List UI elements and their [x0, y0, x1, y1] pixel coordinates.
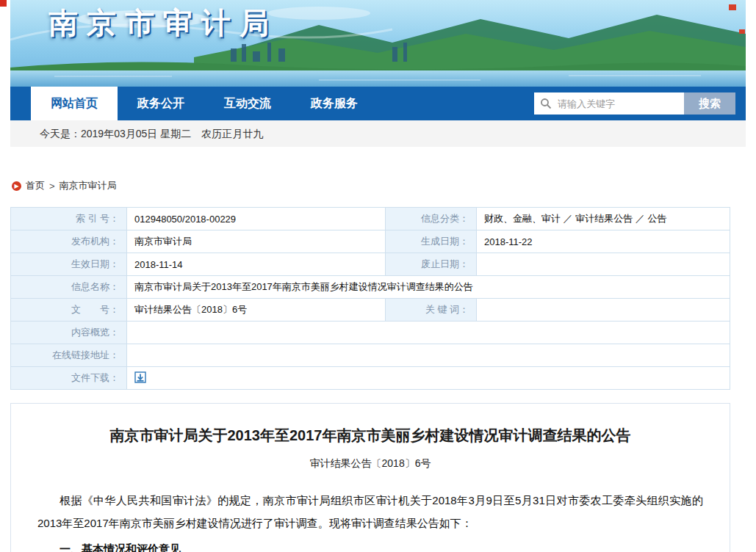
- table-row: 生效日期： 2018-11-14 废止日期：: [11, 253, 730, 276]
- nav-tab-gov-info[interactable]: 政务公开: [118, 87, 204, 120]
- document-meta-table: 索 引 号： 012948050/2018-00229 信息分类： 财政、金融、…: [10, 207, 730, 390]
- page-container: 南京市审计局 网站首页 政务公开 互动交流 政务服务 搜索 今天是：2019年0…: [10, 0, 746, 552]
- table-row: 发布机构： 南京市审计局 生成日期： 2018-11-22: [11, 230, 730, 253]
- meta-value-keywords: [477, 299, 730, 322]
- meta-label-agency: 发布机构：: [11, 230, 127, 253]
- nav-tab-interaction[interactable]: 互动交流: [204, 87, 291, 120]
- meta-value-expire: [477, 253, 730, 276]
- article-title: 南京市审计局关于2013年至2017年南京市美丽乡村建设情况审计调查结果的公告: [37, 426, 703, 446]
- table-row: 在线链接地址：: [11, 344, 730, 367]
- table-row: 文 号： 审计结果公告〔2018〕6号 关 键 词：: [11, 299, 730, 322]
- breadcrumb: ▶ 首页 > 南京市审计局: [10, 179, 746, 192]
- meta-value-overview: [127, 322, 730, 344]
- breadcrumb-separator: >: [49, 181, 55, 192]
- search-icon: [540, 98, 552, 109]
- meta-label-overview: 内容概览：: [11, 322, 127, 344]
- meta-label-expire: 废止日期：: [386, 253, 477, 276]
- table-row: 索 引 号： 012948050/2018-00229 信息分类： 财政、金融、…: [11, 208, 730, 230]
- nav-tab-home[interactable]: 网站首页: [31, 87, 118, 120]
- meta-value-docno: 审计结果公告〔2018〕6号: [127, 299, 386, 322]
- meta-value-link: [127, 344, 730, 367]
- corner-accent: [0, 0, 7, 7]
- search-input[interactable]: [556, 98, 678, 110]
- meta-label-name: 信息名称：: [11, 276, 127, 299]
- meta-label-download: 文件下载：: [11, 367, 127, 390]
- date-bar: 今天是：2019年03月05日 星期二 农历正月廿九: [10, 120, 746, 147]
- breadcrumb-current[interactable]: 南京市审计局: [60, 179, 117, 192]
- meta-label-created: 生成日期：: [386, 230, 477, 253]
- meta-value-created: 2018-11-22: [477, 230, 730, 253]
- article-section-heading: 一、基本情况和评价意见: [37, 538, 703, 552]
- meta-label-category: 信息分类：: [386, 208, 477, 230]
- nav-tab-services[interactable]: 政务服务: [291, 87, 378, 120]
- meta-value-category: 财政、金融、审计 ／ 审计结果公告 ／ 公告: [477, 208, 730, 230]
- main-nav: 网站首页 政务公开 互动交流 政务服务 搜索: [10, 87, 746, 120]
- meta-label-index: 索 引 号：: [11, 208, 127, 230]
- search-button[interactable]: 搜索: [684, 92, 735, 115]
- table-row: 内容概览：: [11, 322, 730, 344]
- meta-value-effective: 2018-11-14: [127, 253, 386, 276]
- table-row: 文件下载：: [11, 367, 730, 390]
- meta-label-effective: 生效日期：: [11, 253, 127, 276]
- meta-label-docno: 文 号：: [11, 299, 127, 322]
- table-row: 信息名称： 南京市审计局关于2013年至2017年南京市美丽乡村建设情况审计调查…: [11, 276, 730, 299]
- breadcrumb-arrow-icon: ▶: [12, 181, 21, 191]
- article-doc-number: 审计结果公告〔2018〕6号: [37, 457, 703, 471]
- breadcrumb-home-link[interactable]: 首页: [26, 179, 45, 192]
- article-panel: 南京市审计局关于2013年至2017年南京市美丽乡村建设情况审计调查结果的公告 …: [10, 403, 730, 552]
- meta-value-agency: 南京市审计局: [127, 230, 386, 253]
- nav-search-area: 搜索: [534, 87, 746, 120]
- site-title: 南京市审计局: [48, 3, 278, 43]
- search-box: [534, 92, 684, 115]
- file-download-icon[interactable]: [134, 371, 146, 383]
- meta-label-keywords: 关 键 词：: [386, 299, 477, 322]
- meta-value-name: 南京市审计局关于2013年至2017年南京市美丽乡村建设情况审计调查结果的公告: [127, 276, 730, 299]
- article-paragraph: 根据《中华人民共和国审计法》的规定，南京市审计局组织市区审计机关于2018年3月…: [37, 490, 703, 535]
- meta-value-index: 012948050/2018-00229: [127, 208, 386, 230]
- meta-value-download: [127, 367, 730, 390]
- site-banner: 南京市审计局: [10, 0, 746, 87]
- meta-label-link: 在线链接地址：: [11, 344, 127, 367]
